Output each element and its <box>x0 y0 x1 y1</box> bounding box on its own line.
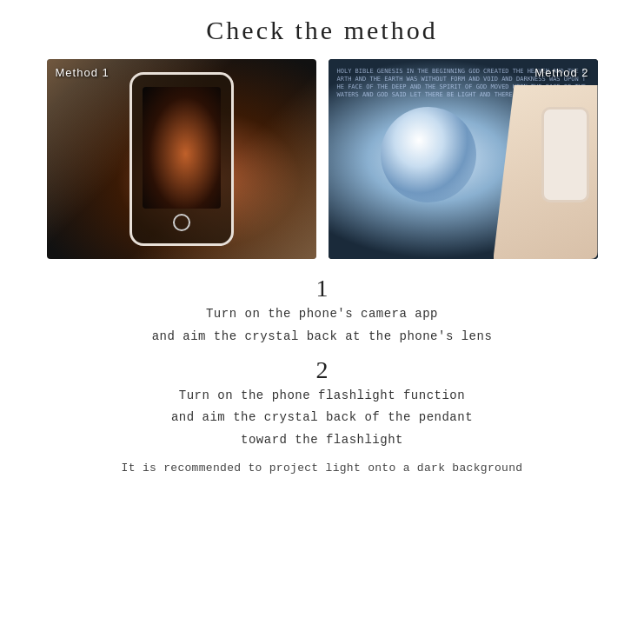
final-note: It is recommended to project light onto … <box>122 461 523 475</box>
steps-section: 1 Turn on the phone's camera app and aim… <box>26 271 618 475</box>
step2-text-block: Turn on the phone flashlight function an… <box>171 386 473 453</box>
step1-text-block: Turn on the phone's camera app and aim t… <box>152 304 493 349</box>
phone-2 <box>541 107 589 202</box>
step1-line2: and aim the crystal back at the phone's … <box>152 327 493 348</box>
page-wrapper: Check the method Method 1 Method 2 HOLY … <box>0 0 644 644</box>
method1-label: Method 1 <box>56 66 110 79</box>
phone-screen-1 <box>143 87 221 209</box>
crystal-glow <box>381 107 476 202</box>
step2-line3: toward the flashlight <box>241 430 403 451</box>
method2-label: Method 2 <box>534 66 588 79</box>
step2-line1: Turn on the phone flashlight function <box>179 386 465 407</box>
page-title: Check the method <box>206 16 437 45</box>
images-row: Method 1 Method 2 HOLY BIBLE GENESIS IN … <box>26 59 618 259</box>
step1-line1: Turn on the phone's camera app <box>206 304 438 325</box>
step1-number: 1 <box>316 275 329 302</box>
method1-visual <box>47 59 316 259</box>
step2-line2: and aim the crystal back of the pendant <box>171 408 473 428</box>
phone-1 <box>129 72 234 246</box>
step2-number: 2 <box>316 356 329 384</box>
phone-home-btn <box>173 214 190 231</box>
method2-visual: HOLY BIBLE GENESIS IN THE BEGINNING GOD … <box>329 59 598 259</box>
method2-image: Method 2 HOLY BIBLE GENESIS IN THE BEGIN… <box>329 59 598 259</box>
method1-image: Method 1 <box>47 59 316 259</box>
